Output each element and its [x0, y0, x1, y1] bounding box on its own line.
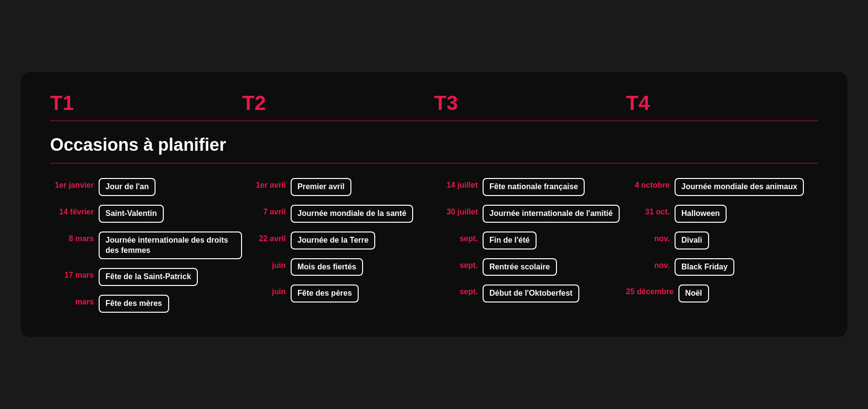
list-item: 17 mars Fête de la Saint-Patrick — [50, 268, 242, 286]
event-badge: Halloween — [675, 205, 727, 223]
list-item: 7 avril Journée mondiale de la santé — [242, 205, 434, 223]
list-item: 25 décembre Noël — [626, 285, 818, 302]
event-badge: Début de l'Oktoberfest — [483, 285, 579, 302]
quarters-header: T1 T2 T3 T4 — [50, 91, 818, 115]
event-badge: Journée mondiale de la santé — [291, 205, 413, 223]
quarter-t2: T2 — [242, 91, 434, 115]
event-badge: Noël — [678, 285, 709, 302]
event-date: 31 oct. — [626, 205, 670, 216]
event-date: 1er avril — [242, 178, 286, 190]
event-badge: Mois des fiertés — [291, 258, 363, 276]
event-badge: Fête des pères — [291, 285, 359, 302]
list-item: juin Fête des pères — [242, 285, 434, 302]
list-item: 1er avril Premier avril — [242, 178, 434, 196]
event-date: nov. — [626, 258, 670, 270]
list-item: nov. Divali — [626, 231, 818, 249]
event-date: 1er janvier — [50, 178, 94, 190]
event-badge: Jour de l'an — [99, 178, 156, 196]
event-date: 17 mars — [50, 268, 94, 280]
event-date: sept. — [434, 258, 478, 270]
column-t2: 1er avril Premier avril 7 avril Journée … — [242, 178, 434, 313]
list-item: sept. Rentrée scolaire — [434, 258, 626, 276]
list-item: mars Fête des mères — [50, 295, 242, 313]
section-title: Occasions à planifier — [50, 135, 818, 155]
event-date: 14 février — [50, 205, 94, 216]
section-divider — [50, 163, 818, 163]
event-badge: Journée de la Terre — [291, 231, 375, 249]
event-badge: Fête des mères — [99, 295, 169, 313]
list-item: nov. Black Friday — [626, 258, 818, 276]
event-date: 14 juillet — [434, 178, 478, 190]
event-date: mars — [50, 295, 94, 306]
main-card: T1 T2 T3 T4 Occasions à planifier 1er ja… — [21, 72, 847, 337]
list-item: 30 juillet Journée internationale de l'a… — [434, 205, 626, 223]
list-item: 1er janvier Jour de l'an — [50, 178, 242, 196]
event-date: 22 avril — [242, 231, 286, 243]
event-badge: Premier avril — [291, 178, 351, 196]
column-t4: 4 octobre Journée mondiale des animaux 3… — [626, 178, 818, 313]
event-badge: Journée internationale des droits des fe… — [99, 231, 242, 260]
list-item: sept. Fin de l'été — [434, 231, 626, 249]
event-badge: Divali — [675, 231, 709, 249]
event-date: 7 avril — [242, 205, 286, 216]
event-badge: Saint-Valentin — [99, 205, 164, 223]
quarter-t3: T3 — [434, 91, 626, 115]
event-date: 30 juillet — [434, 205, 478, 216]
column-t1: 1er janvier Jour de l'an 14 février Sain… — [50, 178, 242, 313]
event-badge: Fin de l'été — [483, 231, 537, 249]
list-item: 8 mars Journée internationale des droits… — [50, 231, 242, 260]
list-item: juin Mois des fiertés — [242, 258, 434, 276]
list-item: sept. Début de l'Oktoberfest — [434, 285, 626, 302]
top-divider — [50, 121, 818, 121]
event-date: juin — [242, 258, 286, 270]
event-badge: Journée internationale de l'amitié — [483, 205, 620, 223]
event-date: 4 octobre — [626, 178, 670, 190]
event-badge: Rentrée scolaire — [483, 258, 557, 276]
event-date: 25 décembre — [626, 285, 674, 296]
event-date: nov. — [626, 231, 670, 243]
event-columns: 1er janvier Jour de l'an 14 février Sain… — [50, 178, 818, 313]
event-badge: Fête nationale française — [483, 178, 585, 196]
list-item: 14 juillet Fête nationale française — [434, 178, 626, 196]
event-date: sept. — [434, 285, 478, 296]
event-badge: Fête de la Saint-Patrick — [99, 268, 198, 286]
list-item: 4 octobre Journée mondiale des animaux — [626, 178, 818, 196]
column-t3: 14 juillet Fête nationale française 30 j… — [434, 178, 626, 313]
quarter-t1: T1 — [50, 91, 242, 115]
list-item: 14 février Saint-Valentin — [50, 205, 242, 223]
event-date: 8 mars — [50, 231, 94, 243]
list-item: 31 oct. Halloween — [626, 205, 818, 223]
event-badge: Black Friday — [675, 258, 734, 276]
event-date: sept. — [434, 231, 478, 243]
event-badge: Journée mondiale des animaux — [675, 178, 804, 196]
event-date: juin — [242, 285, 286, 296]
list-item: 22 avril Journée de la Terre — [242, 231, 434, 249]
quarter-t4: T4 — [626, 91, 818, 115]
